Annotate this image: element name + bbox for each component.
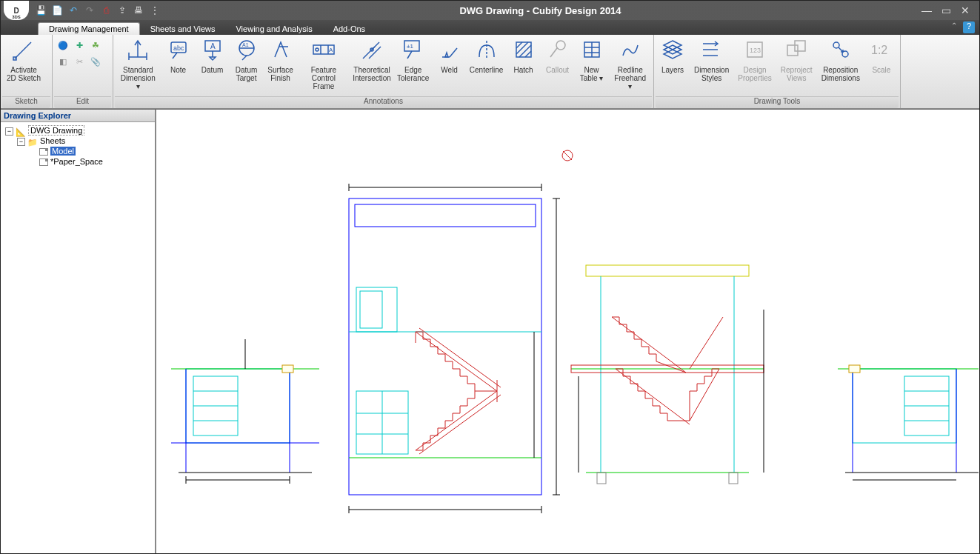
maximize-button[interactable]: ▭ (939, 4, 953, 16)
centerline-icon (475, 39, 499, 63)
drawing-canvas[interactable] (156, 110, 979, 553)
edit-blank3 (89, 71, 102, 84)
svg-marker-31 (445, 53, 448, 57)
weld-label: Weld (441, 66, 458, 74)
tab-sheets-views[interactable]: Sheets and Views (140, 23, 226, 35)
scale-icon: 1:2 (870, 39, 893, 63)
layers-button[interactable]: Layers (656, 36, 690, 96)
ribbon-collapse-icon[interactable]: ⌃ (951, 21, 957, 30)
help-icon[interactable]: ? (963, 21, 975, 33)
centerline-button[interactable]: Centerline (467, 36, 507, 96)
tab-drawing-management[interactable]: Drawing Management (38, 22, 140, 35)
edit-scissors-icon[interactable]: ✂ (73, 55, 86, 68)
edit-tool-grid: 🔵 ✚ ☘ ◧ ✂ 📎 (54, 36, 106, 96)
datum-button[interactable]: ADatum (196, 36, 230, 96)
edge-tol-icon: ±1 (401, 39, 425, 63)
svg-rect-76 (355, 204, 536, 227)
svg-line-37 (525, 51, 531, 57)
edge-tol-button[interactable]: ±1Edge Tolerance (394, 36, 433, 96)
panel-edit-label: Edit (54, 96, 111, 108)
svg-rect-79 (356, 287, 397, 332)
edit-cross-icon[interactable]: ✚ (73, 39, 86, 52)
surface-finish-button[interactable]: Surface Finish (264, 36, 298, 96)
design-props-icon: 123 (743, 39, 767, 63)
edit-blank1 (56, 71, 70, 84)
close-button[interactable]: ✕ (959, 4, 972, 16)
tree-root[interactable]: −📐DWG Drawing −📁Sheets Model *Paper_Spac… (5, 125, 153, 168)
surface-finish-label: Surface Finish (267, 66, 293, 82)
qat-undo[interactable]: ↶ (67, 4, 79, 16)
qat-pdf[interactable]: ⎙ (100, 4, 112, 16)
svg-line-56 (839, 47, 843, 52)
svg-line-109 (690, 317, 723, 369)
weld-button[interactable]: Weld (433, 36, 467, 96)
tree-toggle-root[interactable]: − (5, 127, 13, 136)
minimize-button[interactable]: — (920, 4, 933, 16)
svg-rect-112 (729, 473, 738, 484)
tab-viewing-analysis[interactable]: Viewing and Analysis (225, 23, 322, 35)
datum-target-icon: A1 (235, 39, 259, 63)
qat-options[interactable]: ⋮ (149, 4, 161, 16)
callout-button[interactable]: Callout (541, 36, 575, 96)
qat-export[interactable]: ⇪ (116, 4, 128, 16)
reproject-button[interactable]: Reproject Views (776, 36, 817, 96)
svg-line-85 (416, 332, 497, 391)
redline-label: Redline Freehand ▾ (613, 66, 647, 90)
reposition-button[interactable]: Reposition Dimensions (817, 36, 864, 96)
dimension-button[interactable]: Standard Dimension ▾ (115, 36, 161, 96)
tree-item-paper[interactable]: *Paper_Space (29, 156, 153, 167)
reposition-label: Reposition Dimensions (821, 66, 860, 82)
edit-clip-icon[interactable]: 📎 (89, 55, 102, 68)
tree-sheets[interactable]: −📁Sheets Model *Paper_Space (17, 136, 153, 167)
edit-cube-icon[interactable]: ◧ (56, 55, 70, 68)
tree-root-label: DWG Drawing (28, 125, 84, 136)
qat-redo[interactable]: ↷ (84, 4, 96, 16)
hatch-button[interactable]: Hatch (507, 36, 541, 96)
svg-line-34 (516, 42, 522, 48)
edit-leaf-icon[interactable]: ☘ (89, 39, 102, 52)
hatch-label: Hatch (513, 66, 533, 74)
svg-line-35 (516, 42, 528, 54)
tree-item-model[interactable]: Model (29, 146, 153, 156)
theoretical-button[interactable]: Theoretical Intersection (350, 36, 394, 96)
activate-2d-sketch-button[interactable]: Activate 2D Sketch (2, 36, 45, 96)
table-button[interactable]: New Table ▾ (575, 36, 609, 96)
svg-text:A: A (210, 42, 216, 50)
reposition-icon (829, 39, 853, 63)
svg-point-38 (556, 41, 565, 50)
tree-toggle-sheets[interactable]: − (17, 138, 25, 146)
panel-sketch: Activate 2D Sketch Sketch (1, 35, 53, 108)
note-icon: abc (167, 39, 190, 63)
svg-rect-53 (795, 41, 805, 51)
svg-text:A1: A1 (242, 42, 249, 47)
dwg-icon: 📐 (16, 127, 26, 136)
fcf-button[interactable]: AFeature Control Frame (298, 36, 350, 96)
tab-add-ons[interactable]: Add-Ons (323, 23, 376, 35)
datum-label: Datum (201, 66, 223, 74)
table-icon (580, 39, 604, 63)
qat-save[interactable]: 💾 (35, 4, 47, 16)
design-props-label: Design Properties (738, 66, 772, 82)
panel-drawing-tools-label: Drawing Tools (656, 96, 899, 108)
quick-access-toolbar: 💾 📄 ↶ ↷ ⎙ ⇪ 🖶 ⋮ (35, 4, 161, 16)
work-area: Drawing Explorer −📐DWG Drawing −📁Sheets … (1, 109, 979, 553)
qat-print[interactable]: 🖶 (133, 4, 144, 16)
dim-styles-button[interactable]: Dimension Styles (690, 36, 733, 96)
svg-line-106 (616, 369, 690, 424)
qat-new[interactable]: 📄 (51, 4, 63, 16)
note-button[interactable]: abcNote (161, 36, 196, 96)
dim-styles-label: Dimension Styles (694, 66, 729, 82)
app-logo[interactable]: D (4, 1, 29, 20)
svg-line-88 (419, 395, 501, 454)
sheet-icon (39, 158, 48, 166)
datum-target-button[interactable]: A1Datum Target (230, 36, 264, 96)
redline-button[interactable]: Redline Freehand ▾ (609, 36, 652, 96)
scale-button[interactable]: 1:2Scale (864, 36, 899, 96)
svg-point-20 (316, 48, 319, 51)
design-props-button[interactable]: 123Design Properties (733, 36, 776, 96)
hatch-icon (512, 39, 536, 63)
edit-sphere-icon[interactable]: 🔵 (56, 39, 70, 52)
edge-tol-label: Edge Tolerance (397, 66, 429, 82)
dimension-icon (126, 39, 150, 63)
app-window: D 💾 📄 ↶ ↷ ⎙ ⇪ 🖶 ⋮ DWG Drawing - Cubify D… (0, 0, 980, 554)
